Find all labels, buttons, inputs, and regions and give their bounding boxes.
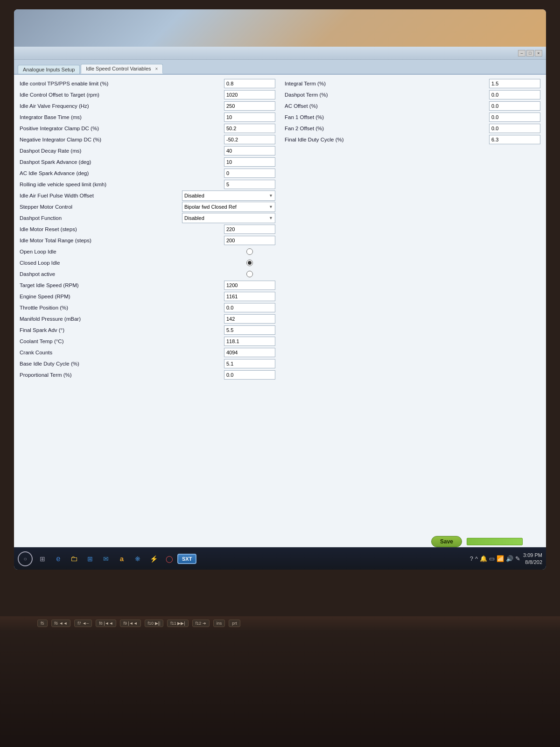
display-tray-icon[interactable]: ▭: [489, 555, 495, 562]
volume-tray-icon[interactable]: 🔊: [506, 555, 513, 562]
params-grid: Idle control TPS/PPS enable limit (%) Id…: [20, 78, 540, 381]
help-tray-icon[interactable]: ?: [470, 555, 473, 562]
laptop-body: – □ × Analogue Inputs Setup Idle Speed C…: [0, 0, 560, 747]
taskbar: ○ ⊞ e 🗀 ⊞: [14, 547, 546, 570]
positive-integrator-clamp-input[interactable]: [224, 124, 275, 133]
throttle-position-input[interactable]: [224, 303, 275, 312]
right-param-section: Integral Term (%) Dashpot Term (%) AC Of…: [285, 78, 540, 381]
idle-motor-reset-input[interactable]: [224, 225, 275, 234]
param-row: Fan 1 Offset (%): [285, 112, 540, 122]
function-key-row: f5 f6 ◄◄ f7 ◄– f8 |◄◄ f9 |◄◄ f10 ▶|| f11…: [0, 616, 560, 630]
network-tray-icon[interactable]: 📶: [497, 555, 504, 562]
taskbar-start-circle[interactable]: ○: [18, 551, 33, 566]
final-spark-adv-input[interactable]: [224, 325, 275, 335]
idle-motor-total-range-input[interactable]: [224, 236, 275, 245]
param-row: Dashpot Function Disabled ▼: [20, 213, 275, 223]
f8-key[interactable]: f8 |◄◄: [96, 620, 116, 627]
mail-icon[interactable]: ✉: [99, 552, 112, 565]
fan1-offset-input[interactable]: [489, 113, 540, 122]
dropdown-arrow-icon: ▼: [269, 216, 273, 220]
param-row: Negative Integrator Clamp DC (%): [20, 134, 275, 145]
amazon-icon[interactable]: a: [115, 552, 128, 565]
open-loop-idle-radio[interactable]: [246, 248, 253, 255]
green-status-indicator: [467, 538, 523, 545]
power-icon[interactable]: ⚡: [147, 552, 160, 565]
final-idle-duty-cycle-input[interactable]: [489, 135, 540, 144]
window-titlebar: – □ ×: [14, 47, 546, 60]
tab-bar: Analogue Inputs Setup Idle Speed Control…: [14, 60, 546, 75]
ac-offset-input[interactable]: [489, 101, 540, 111]
edge-browser-icon[interactable]: e: [52, 552, 65, 565]
minimize-button[interactable]: –: [518, 50, 525, 56]
dashpot-term-input[interactable]: [489, 90, 540, 99]
integrator-base-time-input[interactable]: [224, 113, 275, 122]
prt-key[interactable]: prt: [229, 620, 240, 627]
taskview-icon[interactable]: ⊞: [36, 552, 49, 565]
param-row: Final Idle Duty Cycle (%): [285, 134, 540, 145]
idle-air-fuel-dropdown[interactable]: Disabled ▼: [182, 190, 275, 201]
f6-key[interactable]: f6 ◄◄: [51, 620, 71, 627]
f5-key[interactable]: f5: [37, 620, 48, 627]
idle-air-valve-freq-input[interactable]: [224, 101, 275, 111]
f12-key[interactable]: f12 ➜: [192, 620, 210, 627]
param-row: Stepper Motor Control Bipolar fwd Closed…: [20, 202, 275, 212]
param-row: Fan 2 Offset (%): [285, 123, 540, 134]
notification-tray-icon[interactable]: 🔔: [480, 555, 487, 562]
base-idle-duty-cycle-input[interactable]: [224, 359, 275, 368]
target-idle-speed-input[interactable]: [224, 281, 275, 290]
idle-control-offset-input[interactable]: [224, 90, 275, 99]
param-row: Idle Control Offset to Target (rpm): [20, 90, 275, 100]
closed-loop-idle-row: Closed Loop Idle: [20, 258, 275, 268]
proportional-term-input[interactable]: [224, 370, 275, 380]
sxt-button[interactable]: SXT: [177, 554, 196, 564]
param-row: Dashpot Decay Rate (ms): [20, 146, 275, 156]
pen-tray-icon[interactable]: ✎: [515, 555, 520, 562]
stepper-motor-dropdown[interactable]: Bipolar fwd Closed Ref ▼: [182, 202, 275, 212]
manifold-pressure-input[interactable]: [224, 314, 275, 324]
dropbox-icon[interactable]: ❋: [131, 552, 144, 565]
circle-icon[interactable]: ◯: [163, 552, 176, 565]
maximize-button[interactable]: □: [526, 50, 534, 56]
f10-key[interactable]: f10 ▶||: [145, 620, 164, 627]
param-row: Coolant Temp (°C): [20, 336, 275, 346]
engine-speed-input[interactable]: [224, 292, 275, 301]
f9-key[interactable]: f9 |◄◄: [120, 620, 140, 627]
rolling-idle-speed-limit-input[interactable]: [224, 180, 275, 189]
chevron-tray-icon[interactable]: ^: [475, 555, 478, 562]
fan2-offset-input[interactable]: [489, 124, 540, 133]
tab-analogue-inputs[interactable]: Analogue Inputs Setup: [18, 65, 80, 74]
tab-close-icon[interactable]: ×: [155, 66, 158, 71]
coolant-temp-input[interactable]: [224, 337, 275, 346]
idle-tps-enable-limit-input[interactable]: [224, 79, 275, 88]
dashpot-spark-advance-input[interactable]: [224, 157, 275, 167]
close-button[interactable]: ×: [535, 50, 542, 56]
param-row: Idle Air Fuel Pulse Width Offset Disable…: [20, 190, 275, 201]
left-param-section: Idle control TPS/PPS enable limit (%) Id…: [20, 78, 275, 381]
param-row: Dashpot Spark Advance (deg): [20, 157, 275, 167]
taskbar-clock: 3:09 PM 8/8/202: [523, 552, 542, 565]
param-row: Engine Speed (RPM): [20, 291, 275, 302]
dashpot-active-radio[interactable]: [246, 271, 253, 277]
save-button[interactable]: Save: [431, 536, 462, 547]
param-row: Integral Term (%): [285, 78, 540, 89]
negative-integrator-clamp-input[interactable]: [224, 135, 275, 144]
dashpot-decay-rate-input[interactable]: [224, 146, 275, 155]
system-tray: ? ^ 🔔 ▭ 📶 🔊 ✎ 3:09 PM 8/8/202: [470, 552, 542, 565]
file-explorer-icon[interactable]: 🗀: [68, 552, 81, 565]
f7-key[interactable]: f7 ◄–: [74, 620, 92, 627]
open-loop-idle-row: Open Loop Idle: [20, 247, 275, 257]
start-circle-icon: ○: [23, 556, 27, 562]
ins-key[interactable]: ins: [213, 620, 225, 627]
param-row: Dashpot Term (%): [285, 90, 540, 100]
param-row: Manifold Pressure (mBar): [20, 314, 275, 324]
ac-idle-spark-advance-input[interactable]: [224, 169, 275, 178]
tab-idle-speed-control[interactable]: Idle Speed Control Variables ×: [81, 64, 163, 74]
windows-icon[interactable]: ⊞: [84, 552, 97, 565]
screen-top-decoration: [14, 9, 546, 47]
main-content: Idle control TPS/PPS enable limit (%) Id…: [14, 75, 546, 547]
integral-term-input[interactable]: [489, 79, 540, 88]
dashpot-function-dropdown[interactable]: Disabled ▼: [182, 213, 275, 223]
closed-loop-idle-radio[interactable]: [246, 260, 253, 266]
crank-counts-input[interactable]: [224, 348, 275, 357]
f11-key[interactable]: f11 ▶▶|: [167, 620, 188, 627]
